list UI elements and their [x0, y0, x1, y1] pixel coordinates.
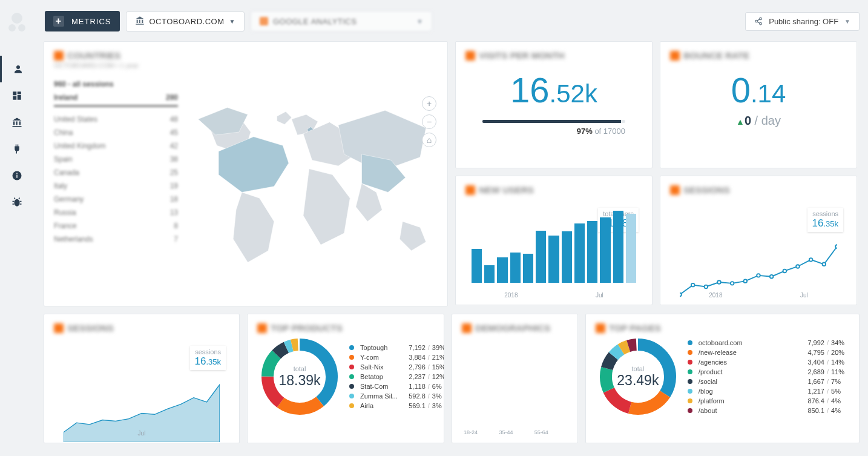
svg-point-23 — [783, 269, 787, 273]
zoom-out-button[interactable]: − — [422, 114, 436, 129]
card-title: TOP PRODUCTS — [257, 323, 434, 333]
new-users-bar-chart: total users 1,488 2018Jul — [465, 207, 642, 299]
card-countries: COUNTRIES OCTOBOARD.COM • 1 year + − ⌂ 9… — [44, 41, 448, 306]
svg-point-14 — [760, 22, 762, 25]
nav-dashboard-icon[interactable] — [0, 82, 34, 109]
legend-item: /new-release4,795/20% — [688, 348, 849, 357]
sharing-label: Public sharing: OFF — [769, 17, 838, 26]
list-item: Russia13 — [54, 206, 178, 219]
list-item: United Kingdom42 — [54, 139, 178, 153]
card-top-products: TOP PRODUCTS total18.39k Toptough7,192/3… — [247, 314, 444, 443]
zoom-in-button[interactable]: + — [422, 96, 436, 111]
list-item: Italy19 — [54, 179, 178, 193]
world-map[interactable] — [186, 78, 438, 292]
nav-user-icon[interactable] — [0, 56, 34, 82]
bank-icon — [135, 16, 145, 27]
card-title: SESSIONS — [54, 323, 229, 333]
legend-item: Salt-Nix2,796/15% — [349, 362, 444, 372]
legend-item: /platform876.4/4% — [688, 396, 849, 406]
trend-indicator: ▲0 / day — [670, 114, 847, 128]
legend-item: /agencies3,404/14% — [688, 357, 849, 367]
map-controls: + − ⌂ — [422, 96, 436, 147]
progress-text: 97% of 17000 — [482, 127, 625, 136]
site-selector-label: OCTOBOARD.COM — [150, 17, 225, 26]
topbar: + METRICS OCTOBOARD.COM ▼ GOOGLE ANALYTI… — [0, 0, 868, 40]
card-title: COUNTRIES — [54, 50, 438, 61]
svg-point-12 — [760, 18, 762, 20]
public-sharing-button[interactable]: Public sharing: OFF ▼ — [745, 12, 860, 31]
nav-bank-icon[interactable] — [0, 109, 34, 136]
svg-rect-6 — [18, 95, 21, 100]
countries-list: 960 - all sessions Ireland280 United Sta… — [54, 78, 178, 292]
card-title: SESSIONS — [670, 185, 847, 195]
card-sessions-area: SESSIONS sessions 16.35k Jul — [44, 314, 240, 443]
progress-bar — [482, 120, 625, 123]
list-item: United States48 — [54, 113, 178, 126]
card-subtitle: OCTOBOARD.COM • 1 year — [54, 62, 438, 69]
bounce-value: 0.14 — [670, 73, 847, 108]
products-legend: Toptough7,192/39%Y-com3,884/21%Salt-Nix2… — [349, 343, 444, 411]
legend-item: Stat-Com1,118/6% — [349, 382, 444, 391]
svg-point-19 — [731, 282, 734, 285]
nav-plug-icon[interactable] — [0, 136, 34, 162]
svg-point-24 — [796, 265, 800, 268]
svg-rect-7 — [13, 96, 16, 100]
card-title: BOUNCE RATE — [670, 50, 847, 61]
nav-bug-icon[interactable] — [0, 189, 34, 216]
sessions-line-chart: sessions 16.35k 2018Jul — [670, 207, 847, 299]
products-donut-chart: total18.39k — [257, 334, 342, 419]
chart-callout: sessions 16.35k — [807, 208, 844, 232]
share-icon — [754, 17, 763, 25]
caret-down-icon: ▼ — [844, 18, 850, 25]
metrics-label: METRICS — [71, 17, 111, 26]
svg-rect-9 — [16, 175, 18, 178]
demographics-labels: 18-24 35-44 55-64 — [462, 429, 568, 435]
zoom-home-button[interactable]: ⌂ — [422, 133, 436, 147]
caret-down-icon: ▼ — [417, 18, 423, 25]
card-title: TOP PAGES — [596, 323, 849, 333]
card-bounce-rate: BOUNCE RATE 0.14 ▲0 / day — [660, 41, 857, 168]
legend-item: Airla569.1/3% — [349, 401, 444, 411]
logo — [5, 10, 29, 34]
svg-point-21 — [757, 274, 760, 277]
legend-item: /about850.1/4% — [688, 406, 849, 415]
pages-legend: octoboard.com7,992/34%/new-release4,795/… — [688, 338, 849, 415]
dashboard-content: COUNTRIES OCTOBOARD.COM • 1 year + − ⌂ 9… — [44, 41, 860, 456]
svg-point-0 — [12, 13, 22, 24]
sidebar — [0, 0, 34, 456]
caret-down-icon: ▼ — [229, 18, 235, 25]
svg-rect-10 — [16, 173, 18, 174]
card-sessions-line: SESSIONS sessions 16.35k 2018Jul — [660, 176, 857, 305]
list-item: France8 — [54, 219, 178, 233]
analytics-selector[interactable]: GOOGLE ANALYTICS ▼ — [251, 11, 432, 31]
svg-point-13 — [755, 20, 758, 22]
list-item: Spain38 — [54, 153, 178, 166]
card-title: VISITS PER MONTH — [465, 50, 642, 61]
svg-point-26 — [823, 262, 826, 266]
chart-callout: sessions 16.35k — [190, 346, 226, 370]
list-item: Canada25 — [54, 166, 178, 179]
list-item: China45 — [54, 126, 178, 139]
svg-point-1 — [8, 24, 16, 31]
svg-rect-4 — [13, 91, 16, 95]
svg-point-22 — [770, 275, 774, 279]
svg-point-11 — [15, 199, 20, 207]
card-visits-per-month: VISITS PER MONTH 16.52k 97% of 17000 — [455, 41, 653, 168]
svg-point-18 — [717, 280, 721, 284]
visits-value: 16.52k — [465, 73, 642, 108]
metrics-button[interactable]: + METRICS — [45, 11, 120, 31]
pages-donut-chart: total23.49k — [596, 334, 680, 419]
card-demographics: DEMOGRAPHICS 18-24 35-44 55-64 — [452, 314, 578, 443]
svg-point-16 — [691, 283, 695, 287]
card-top-pages: TOP PAGES total23.49k octoboard.com7,992… — [585, 314, 860, 443]
legend-item: Betatop2,237/12% — [349, 372, 444, 382]
svg-rect-5 — [18, 91, 21, 94]
site-selector[interactable]: OCTOBOARD.COM ▼ — [126, 12, 245, 31]
card-title: NEW USERS — [465, 185, 642, 195]
legend-item: /product2,689/11% — [688, 367, 849, 377]
svg-point-20 — [744, 279, 748, 283]
svg-point-2 — [18, 24, 25, 31]
legend-item: /blog1,217/5% — [688, 386, 849, 396]
legend-item: octoboard.com7,992/34% — [688, 338, 849, 348]
nav-info-icon[interactable] — [0, 162, 34, 189]
